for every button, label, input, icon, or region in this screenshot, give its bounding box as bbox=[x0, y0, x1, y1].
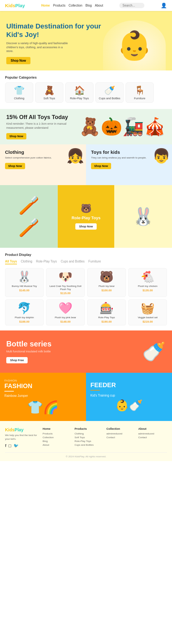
product-item-2[interactable]: 🐶 Land Crab Toy Soothing Doll Plush Toy … bbox=[46, 268, 85, 297]
footer-products-col: Products Clothing Soft Toys Role-Play To… bbox=[74, 427, 103, 448]
twitter-icon[interactable]: 🐦 bbox=[13, 443, 19, 448]
hero-image: 👶 bbox=[103, 20, 166, 70]
footer-socials: f ◻ 🐦 bbox=[5, 443, 40, 448]
footer-about-contact[interactable]: Contact bbox=[138, 436, 167, 439]
nav-home[interactable]: Home bbox=[41, 4, 50, 7]
footer-products-role-play[interactable]: Role-Play Toys bbox=[74, 440, 103, 443]
footer-home-products[interactable]: Products bbox=[43, 432, 72, 435]
product-item-5[interactable]: 🐬 Plush toy dolphin $188.00 bbox=[5, 299, 44, 325]
role-play-shop-now-button[interactable]: Shop Now bbox=[75, 223, 97, 230]
nav-collection[interactable]: Collection bbox=[68, 4, 82, 7]
search-input[interactable] bbox=[119, 3, 144, 8]
sale-image: 🧸🎃🚂🎪 bbox=[79, 117, 166, 137]
clothing-icon: 👕 bbox=[7, 85, 32, 96]
tab-furniture[interactable]: Furniture bbox=[89, 260, 101, 264]
product-price-2: $115.00 bbox=[48, 292, 83, 295]
product-name-7: Role-Play Toys bbox=[89, 316, 124, 319]
category-role-play[interactable]: 🏠 Role-Play Toys bbox=[65, 82, 94, 103]
user-icon[interactable]: 👤 bbox=[161, 3, 167, 8]
role-play-section: 🪥🪥 🐻 Role-Play Toys Shop Now 🐰 bbox=[0, 185, 172, 248]
footer-home-about[interactable]: About bbox=[43, 444, 72, 446]
footer-collection-title: Collection bbox=[106, 427, 135, 430]
bottle-text: Bottle series Multi functional insulated… bbox=[6, 340, 139, 363]
role-play-right-image: 🐰 bbox=[114, 185, 172, 248]
furniture-icon: 🪑 bbox=[127, 85, 152, 96]
product-price-3: $100.00 bbox=[89, 289, 124, 292]
promo-toys-button[interactable]: Shop Now bbox=[91, 163, 111, 169]
feeder-subtitle: Kid's Training cup bbox=[90, 394, 168, 397]
product-image-5: 🐬 bbox=[7, 302, 41, 315]
instagram-icon[interactable]: ◻ bbox=[8, 443, 12, 448]
product-name-6: Plush toy pink bear bbox=[48, 316, 83, 319]
promo-clothing-button[interactable]: Shop Now bbox=[5, 163, 25, 169]
split-promo: Clothing Select comprehensive pure cotto… bbox=[0, 144, 172, 185]
footer-products-soft-toys[interactable]: Soft Toys bbox=[74, 436, 103, 439]
nav-blog[interactable]: Blog bbox=[85, 4, 92, 7]
category-furniture[interactable]: 🪑 Furniture bbox=[126, 82, 154, 103]
footer-collection-item1[interactable]: adminreduced bbox=[106, 432, 135, 435]
promo-clothing-image: 👧 bbox=[67, 148, 84, 164]
product-item-4[interactable]: 🐔 Plush toy chicken $135.00 bbox=[128, 268, 167, 297]
hero-subtitle: Discover a variety of high-quality and f… bbox=[6, 41, 69, 53]
bottle-subtitle: Multi functional insulated milk bottle bbox=[6, 350, 139, 353]
footer-home-col: Home Products Collection Blog About bbox=[43, 427, 72, 448]
product-price-1: $145.00 bbox=[7, 289, 41, 292]
fashion-title: FASHION bbox=[4, 383, 82, 389]
sale-title: 15% Off All Toys Today bbox=[6, 114, 76, 121]
category-clothing[interactable]: 👕 Clothing bbox=[5, 82, 33, 103]
fashion-banner: FASHION FASHION Rainbow Jumper 👕🌈 bbox=[0, 373, 86, 421]
product-item-3[interactable]: 🐻 Plush toy bear $100.00 bbox=[87, 268, 126, 297]
footer-products-clothing[interactable]: Clothing bbox=[74, 432, 103, 435]
footer-about-col: About adminreduced Contact bbox=[138, 427, 167, 448]
hero-shop-now-button[interactable]: Shop Now bbox=[6, 57, 30, 64]
product-item-8[interactable]: 🧺 Veggie basket set $219.00 bbox=[128, 299, 167, 325]
product-display-section: Product Display All Toys Clothing Role-P… bbox=[0, 248, 172, 330]
sale-shop-now-button[interactable]: Shop Now bbox=[6, 133, 26, 139]
product-item-6[interactable]: 🩷 Plush toy pink bear $148.00 bbox=[46, 299, 85, 325]
footer-tagline: We help you find the best for your kid's… bbox=[5, 434, 40, 440]
product-image-6: 🩷 bbox=[48, 302, 83, 315]
feeder-title: FEEDER bbox=[90, 382, 168, 388]
nav-products[interactable]: Products bbox=[53, 4, 65, 7]
split-banner: FASHION FASHION Rainbow Jumper 👕🌈 FEEDER… bbox=[0, 373, 172, 421]
product-image-3: 🐻 bbox=[89, 270, 124, 283]
footer-products-title: Products bbox=[74, 427, 103, 430]
tab-all-toys[interactable]: All Toys bbox=[5, 260, 17, 264]
role-play-title: Role-Play Toys bbox=[72, 216, 100, 220]
product-price-4: $135.00 bbox=[131, 289, 165, 292]
cups-icon: 🍼 bbox=[97, 85, 122, 96]
category-cups[interactable]: 🍼 Cups and Bottles bbox=[95, 82, 124, 103]
bottle-shop-button[interactable]: Shop Free bbox=[6, 357, 28, 363]
footer-products-cups[interactable]: Cups and Bottles bbox=[74, 444, 103, 446]
product-price-5: $188.00 bbox=[7, 320, 41, 323]
nav-about[interactable]: About bbox=[95, 4, 103, 7]
product-name-3: Plush toy bear bbox=[89, 285, 124, 288]
product-image-2: 🐶 bbox=[48, 270, 83, 283]
product-section-title: Product Display bbox=[5, 253, 167, 257]
footer-about-title: About bbox=[138, 427, 167, 430]
tab-clothing[interactable]: Clothing bbox=[21, 260, 32, 264]
product-name-2: Land Crab Toy Soothing Doll Plush Toy bbox=[48, 285, 83, 291]
facebook-icon[interactable]: f bbox=[5, 443, 6, 448]
product-name-4: Plush toy chicken bbox=[131, 285, 165, 288]
tab-cups-bottles[interactable]: Cups and Bottles bbox=[61, 260, 84, 264]
soft-toys-icon: 🧸 bbox=[37, 85, 62, 96]
product-image-4: 🐔 bbox=[131, 270, 165, 283]
feeder-image: 👶🍼 bbox=[90, 399, 168, 412]
tab-role-play-toys[interactable]: Role-Play Toys bbox=[36, 260, 57, 264]
product-name-5: Plush toy dolphin bbox=[7, 316, 41, 319]
product-item-7[interactable]: 🎰 Role-Play Toys $190.00 bbox=[87, 299, 126, 325]
hero-text: Ultimate Destination for your Kid's Joy!… bbox=[6, 22, 103, 70]
product-item-1[interactable]: 🐰 Bunny Hill Musical Toy $145.00 bbox=[5, 268, 44, 297]
category-soft-toys[interactable]: 🧸 Soft Toys bbox=[35, 82, 63, 103]
footer-home-collection[interactable]: Collection bbox=[43, 436, 72, 439]
categories-title: Popular Categories bbox=[5, 75, 167, 79]
bottle-title: Bottle series bbox=[6, 340, 139, 348]
footer-about-item1[interactable]: adminreduced bbox=[138, 432, 167, 435]
popular-categories-section: Popular Categories 👕 Clothing 🧸 Soft Toy… bbox=[0, 70, 172, 109]
bottle-image: 🍼 bbox=[142, 340, 166, 363]
product-image-8: 🧺 bbox=[131, 302, 165, 315]
footer-collection-contact[interactable]: Contact bbox=[106, 436, 135, 439]
product-tabs: All Toys Clothing Role-Play Toys Cups an… bbox=[5, 260, 167, 264]
footer-home-blog[interactable]: Blog bbox=[43, 440, 72, 443]
